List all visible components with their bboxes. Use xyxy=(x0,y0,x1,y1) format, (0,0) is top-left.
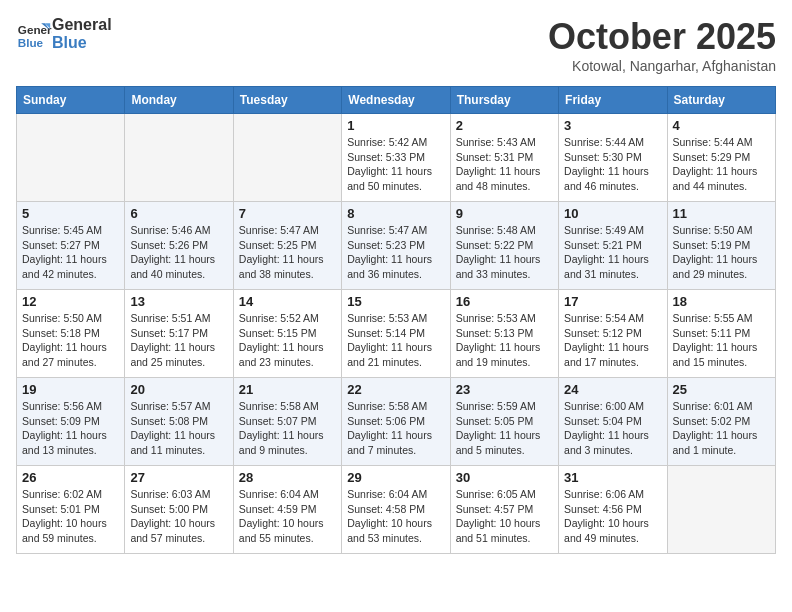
day-info: Sunrise: 5:47 AM Sunset: 5:23 PM Dayligh… xyxy=(347,223,444,282)
calendar-cell: 6Sunrise: 5:46 AM Sunset: 5:26 PM Daylig… xyxy=(125,202,233,290)
day-info: Sunrise: 6:05 AM Sunset: 4:57 PM Dayligh… xyxy=(456,487,553,546)
day-header-thursday: Thursday xyxy=(450,87,558,114)
day-info: Sunrise: 5:44 AM Sunset: 5:30 PM Dayligh… xyxy=(564,135,661,194)
calendar-week-row: 19Sunrise: 5:56 AM Sunset: 5:09 PM Dayli… xyxy=(17,378,776,466)
day-info: Sunrise: 5:50 AM Sunset: 5:18 PM Dayligh… xyxy=(22,311,119,370)
day-info: Sunrise: 6:03 AM Sunset: 5:00 PM Dayligh… xyxy=(130,487,227,546)
day-number: 21 xyxy=(239,382,336,397)
day-number: 9 xyxy=(456,206,553,221)
calendar-week-row: 5Sunrise: 5:45 AM Sunset: 5:27 PM Daylig… xyxy=(17,202,776,290)
month-title: October 2025 xyxy=(548,16,776,58)
day-number: 29 xyxy=(347,470,444,485)
calendar-cell: 28Sunrise: 6:04 AM Sunset: 4:59 PM Dayli… xyxy=(233,466,341,554)
calendar-cell: 7Sunrise: 5:47 AM Sunset: 5:25 PM Daylig… xyxy=(233,202,341,290)
day-info: Sunrise: 5:54 AM Sunset: 5:12 PM Dayligh… xyxy=(564,311,661,370)
day-info: Sunrise: 5:58 AM Sunset: 5:06 PM Dayligh… xyxy=(347,399,444,458)
location: Kotowal, Nangarhar, Afghanistan xyxy=(548,58,776,74)
logo-icon: General Blue xyxy=(16,16,52,52)
day-info: Sunrise: 5:50 AM Sunset: 5:19 PM Dayligh… xyxy=(673,223,770,282)
day-number: 24 xyxy=(564,382,661,397)
logo-text-blue: Blue xyxy=(52,34,112,52)
day-header-friday: Friday xyxy=(559,87,667,114)
day-info: Sunrise: 5:53 AM Sunset: 5:13 PM Dayligh… xyxy=(456,311,553,370)
day-header-tuesday: Tuesday xyxy=(233,87,341,114)
day-header-monday: Monday xyxy=(125,87,233,114)
day-info: Sunrise: 6:02 AM Sunset: 5:01 PM Dayligh… xyxy=(22,487,119,546)
day-info: Sunrise: 5:56 AM Sunset: 5:09 PM Dayligh… xyxy=(22,399,119,458)
day-number: 26 xyxy=(22,470,119,485)
day-number: 30 xyxy=(456,470,553,485)
calendar: SundayMondayTuesdayWednesdayThursdayFrid… xyxy=(16,86,776,554)
day-number: 16 xyxy=(456,294,553,309)
day-number: 31 xyxy=(564,470,661,485)
day-info: Sunrise: 5:59 AM Sunset: 5:05 PM Dayligh… xyxy=(456,399,553,458)
calendar-cell: 24Sunrise: 6:00 AM Sunset: 5:04 PM Dayli… xyxy=(559,378,667,466)
calendar-week-row: 26Sunrise: 6:02 AM Sunset: 5:01 PM Dayli… xyxy=(17,466,776,554)
day-info: Sunrise: 5:44 AM Sunset: 5:29 PM Dayligh… xyxy=(673,135,770,194)
day-info: Sunrise: 5:46 AM Sunset: 5:26 PM Dayligh… xyxy=(130,223,227,282)
day-number: 14 xyxy=(239,294,336,309)
calendar-cell: 10Sunrise: 5:49 AM Sunset: 5:21 PM Dayli… xyxy=(559,202,667,290)
calendar-cell: 23Sunrise: 5:59 AM Sunset: 5:05 PM Dayli… xyxy=(450,378,558,466)
day-number: 19 xyxy=(22,382,119,397)
calendar-cell: 11Sunrise: 5:50 AM Sunset: 5:19 PM Dayli… xyxy=(667,202,775,290)
day-info: Sunrise: 5:55 AM Sunset: 5:11 PM Dayligh… xyxy=(673,311,770,370)
day-number: 20 xyxy=(130,382,227,397)
calendar-cell: 16Sunrise: 5:53 AM Sunset: 5:13 PM Dayli… xyxy=(450,290,558,378)
logo-text-general: General xyxy=(52,16,112,34)
days-header-row: SundayMondayTuesdayWednesdayThursdayFrid… xyxy=(17,87,776,114)
day-info: Sunrise: 5:51 AM Sunset: 5:17 PM Dayligh… xyxy=(130,311,227,370)
calendar-cell xyxy=(667,466,775,554)
day-number: 1 xyxy=(347,118,444,133)
calendar-cell: 26Sunrise: 6:02 AM Sunset: 5:01 PM Dayli… xyxy=(17,466,125,554)
day-header-saturday: Saturday xyxy=(667,87,775,114)
day-info: Sunrise: 5:42 AM Sunset: 5:33 PM Dayligh… xyxy=(347,135,444,194)
calendar-body: 1Sunrise: 5:42 AM Sunset: 5:33 PM Daylig… xyxy=(17,114,776,554)
day-info: Sunrise: 6:04 AM Sunset: 4:58 PM Dayligh… xyxy=(347,487,444,546)
day-info: Sunrise: 6:01 AM Sunset: 5:02 PM Dayligh… xyxy=(673,399,770,458)
day-info: Sunrise: 5:48 AM Sunset: 5:22 PM Dayligh… xyxy=(456,223,553,282)
calendar-cell: 25Sunrise: 6:01 AM Sunset: 5:02 PM Dayli… xyxy=(667,378,775,466)
day-info: Sunrise: 5:49 AM Sunset: 5:21 PM Dayligh… xyxy=(564,223,661,282)
calendar-cell xyxy=(17,114,125,202)
day-header-wednesday: Wednesday xyxy=(342,87,450,114)
calendar-cell: 27Sunrise: 6:03 AM Sunset: 5:00 PM Dayli… xyxy=(125,466,233,554)
day-header-sunday: Sunday xyxy=(17,87,125,114)
calendar-cell: 1Sunrise: 5:42 AM Sunset: 5:33 PM Daylig… xyxy=(342,114,450,202)
calendar-cell: 4Sunrise: 5:44 AM Sunset: 5:29 PM Daylig… xyxy=(667,114,775,202)
day-number: 22 xyxy=(347,382,444,397)
day-info: Sunrise: 5:53 AM Sunset: 5:14 PM Dayligh… xyxy=(347,311,444,370)
day-number: 12 xyxy=(22,294,119,309)
calendar-cell: 30Sunrise: 6:05 AM Sunset: 4:57 PM Dayli… xyxy=(450,466,558,554)
day-number: 5 xyxy=(22,206,119,221)
day-number: 3 xyxy=(564,118,661,133)
day-info: Sunrise: 6:04 AM Sunset: 4:59 PM Dayligh… xyxy=(239,487,336,546)
logo: General Blue General Blue xyxy=(16,16,112,52)
calendar-cell: 19Sunrise: 5:56 AM Sunset: 5:09 PM Dayli… xyxy=(17,378,125,466)
day-number: 25 xyxy=(673,382,770,397)
calendar-week-row: 12Sunrise: 5:50 AM Sunset: 5:18 PM Dayli… xyxy=(17,290,776,378)
day-info: Sunrise: 5:52 AM Sunset: 5:15 PM Dayligh… xyxy=(239,311,336,370)
day-info: Sunrise: 5:58 AM Sunset: 5:07 PM Dayligh… xyxy=(239,399,336,458)
calendar-cell xyxy=(233,114,341,202)
day-number: 4 xyxy=(673,118,770,133)
day-number: 15 xyxy=(347,294,444,309)
calendar-cell: 17Sunrise: 5:54 AM Sunset: 5:12 PM Dayli… xyxy=(559,290,667,378)
day-number: 18 xyxy=(673,294,770,309)
title-block: October 2025 Kotowal, Nangarhar, Afghani… xyxy=(548,16,776,74)
calendar-cell: 14Sunrise: 5:52 AM Sunset: 5:15 PM Dayli… xyxy=(233,290,341,378)
day-number: 7 xyxy=(239,206,336,221)
calendar-cell: 29Sunrise: 6:04 AM Sunset: 4:58 PM Dayli… xyxy=(342,466,450,554)
day-number: 28 xyxy=(239,470,336,485)
calendar-cell: 9Sunrise: 5:48 AM Sunset: 5:22 PM Daylig… xyxy=(450,202,558,290)
calendar-cell: 12Sunrise: 5:50 AM Sunset: 5:18 PM Dayli… xyxy=(17,290,125,378)
day-info: Sunrise: 5:47 AM Sunset: 5:25 PM Dayligh… xyxy=(239,223,336,282)
calendar-cell: 31Sunrise: 6:06 AM Sunset: 4:56 PM Dayli… xyxy=(559,466,667,554)
day-info: Sunrise: 6:00 AM Sunset: 5:04 PM Dayligh… xyxy=(564,399,661,458)
calendar-week-row: 1Sunrise: 5:42 AM Sunset: 5:33 PM Daylig… xyxy=(17,114,776,202)
calendar-cell: 8Sunrise: 5:47 AM Sunset: 5:23 PM Daylig… xyxy=(342,202,450,290)
calendar-cell: 21Sunrise: 5:58 AM Sunset: 5:07 PM Dayli… xyxy=(233,378,341,466)
day-number: 13 xyxy=(130,294,227,309)
calendar-cell: 2Sunrise: 5:43 AM Sunset: 5:31 PM Daylig… xyxy=(450,114,558,202)
day-number: 23 xyxy=(456,382,553,397)
